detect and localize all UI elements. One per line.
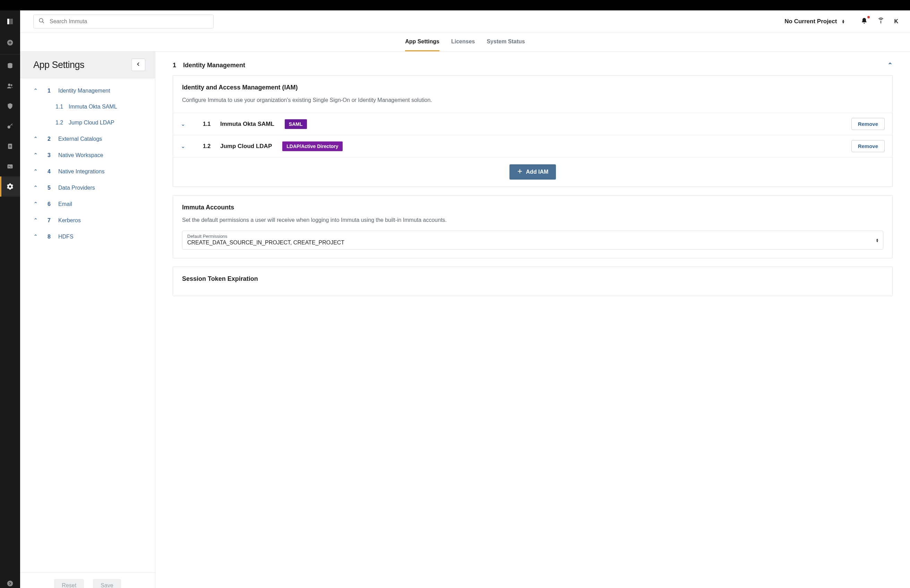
nav-external-catalogs[interactable]: ⌃ 2 External Catalogs: [20, 131, 155, 147]
search-box[interactable]: [33, 15, 213, 28]
svg-point-12: [39, 18, 43, 22]
iam-row-num: 1.2: [203, 143, 213, 149]
rail-shield[interactable]: [0, 96, 20, 116]
nav-num: 1: [46, 88, 51, 94]
iam-card-desc: Configure Immuta to use your organizatio…: [182, 96, 883, 104]
reset-button[interactable]: Reset: [54, 579, 84, 588]
unfold-icon: ▴▾: [842, 19, 844, 24]
chevron-left-icon: [136, 62, 141, 68]
svg-rect-10: [8, 164, 13, 168]
nav-sub-label: Immuta Okta SAML: [69, 103, 117, 110]
add-iam-label: Add IAM: [526, 169, 549, 175]
session-card: Session Token Expiration: [173, 267, 893, 296]
chevron-down-icon: ⌄: [181, 143, 186, 149]
nav-kerberos[interactable]: ⌃ 7 Kerberos: [20, 212, 155, 228]
connection-icon[interactable]: [878, 17, 884, 26]
user-avatar[interactable]: K: [894, 18, 898, 24]
nav-native-workspace[interactable]: ⌃ 3 Native Workspace: [20, 147, 155, 163]
nav-email[interactable]: ⌃ 6 Email: [20, 196, 155, 212]
nav-sub-label: Jump Cloud LDAP: [69, 120, 115, 126]
svg-rect-0: [7, 19, 10, 24]
plus-icon: [517, 168, 523, 175]
search-icon: [39, 18, 45, 25]
accounts-desc: Set the default permissions a user will …: [182, 216, 883, 224]
collapse-sidenav-button[interactable]: [131, 58, 145, 71]
settings-tabs: App Settings Licenses System Status: [20, 33, 910, 52]
rail-terminal[interactable]: [0, 157, 20, 176]
svg-rect-1: [10, 19, 13, 24]
accounts-card: Immuta Accounts Set the default permissi…: [173, 195, 893, 258]
select-label: Default Permissions: [187, 234, 878, 239]
chevron-down-icon: ⌄: [181, 121, 186, 127]
settings-sidenav: App Settings ⌃ 1 Identity Management 1.1…: [20, 52, 155, 588]
accounts-title: Immuta Accounts: [182, 204, 883, 211]
rail-add[interactable]: [0, 32, 20, 53]
nav-sub-jumpcloud-ldap[interactable]: 1.2 Jump Cloud LDAP: [20, 115, 155, 131]
svg-point-5: [11, 84, 13, 86]
chevron-up-icon: ⌃: [32, 217, 38, 224]
svg-rect-8: [9, 145, 11, 146]
search-input[interactable]: [50, 18, 209, 24]
section-num: 1: [173, 62, 178, 69]
nav-data-providers[interactable]: ⌃ 5 Data Providers: [20, 179, 155, 196]
iam-row-name: Jump Cloud LDAP: [220, 143, 272, 150]
remove-iam-button[interactable]: Remove: [852, 118, 885, 130]
nav-identity-management[interactable]: ⌃ 1 Identity Management: [20, 82, 155, 99]
sidenav-title: App Settings: [33, 60, 84, 70]
bell-icon: [861, 19, 868, 25]
rail-settings[interactable]: [0, 176, 20, 197]
nav-sub-num: 1.2: [55, 120, 65, 126]
add-iam-button[interactable]: Add IAM: [509, 164, 556, 179]
chevron-up-icon: ⌃: [32, 136, 38, 142]
chevron-up-icon: ⌃: [887, 61, 893, 69]
iam-row-okta[interactable]: ⌄ 1.1 Immuta Okta SAML SAML Remove: [173, 113, 892, 135]
nav-label: Identity Management: [58, 88, 110, 94]
nav-sub-num: 1.1: [55, 103, 65, 110]
iam-row-name: Immuta Okta SAML: [220, 121, 274, 128]
remove-iam-button[interactable]: Remove: [852, 140, 885, 152]
left-nav-rail: [0, 10, 20, 588]
app-logo: [6, 18, 13, 25]
iam-row-num: 1.1: [203, 121, 213, 127]
iam-badge: LDAP/Active Directory: [282, 141, 342, 151]
unfold-icon: ▴▾: [876, 238, 878, 242]
session-title: Session Token Expiration: [182, 275, 883, 283]
iam-row-jumpcloud[interactable]: ⌄ 1.2 Jump Cloud LDAP LDAP/Active Direct…: [173, 135, 892, 157]
svg-rect-9: [9, 147, 11, 147]
svg-point-11: [7, 581, 13, 586]
notifications-button[interactable]: [861, 17, 868, 26]
nav-sub-okta-saml[interactable]: 1.1 Immuta Okta SAML: [20, 99, 155, 115]
section-header-identity[interactable]: 1 Identity Management ⌃: [173, 61, 893, 69]
chevron-up-icon: ⌃: [32, 184, 38, 191]
tab-licenses[interactable]: Licenses: [451, 33, 475, 51]
svg-rect-7: [8, 144, 12, 149]
tab-system-status[interactable]: System Status: [487, 33, 525, 51]
project-switcher[interactable]: No Current Project ▴▾: [784, 18, 844, 25]
section-title: Identity Management: [183, 62, 245, 69]
nav-native-integrations[interactable]: ⌃ 4 Native Integrations: [20, 163, 155, 179]
chevron-up-icon: ⌃: [32, 168, 38, 175]
settings-content: 1 Identity Management ⌃ Identity and Acc…: [155, 52, 910, 588]
chevron-up-icon: ⌃: [32, 201, 38, 207]
chevron-up-icon: ⌃: [32, 233, 38, 240]
svg-point-4: [8, 84, 10, 86]
top-bar: No Current Project ▴▾ K: [20, 10, 910, 33]
rail-key[interactable]: [0, 116, 20, 136]
chevron-up-icon: ⌃: [32, 152, 38, 158]
rail-database[interactable]: [0, 56, 20, 76]
project-label: No Current Project: [784, 18, 837, 25]
svg-line-13: [42, 21, 44, 23]
tab-app-settings[interactable]: App Settings: [405, 33, 440, 51]
notification-dot: [867, 16, 870, 18]
chevron-up-icon: ⌃: [32, 87, 38, 94]
rail-expand[interactable]: [0, 573, 20, 588]
rail-users[interactable]: [0, 76, 20, 96]
save-button[interactable]: Save: [93, 579, 121, 588]
iam-badge: SAML: [285, 119, 307, 129]
iam-card: Identity and Access Management (IAM) Con…: [173, 75, 893, 187]
rail-note[interactable]: [0, 136, 20, 157]
iam-card-title: Identity and Access Management (IAM): [182, 84, 883, 91]
select-value: CREATE_DATA_SOURCE_IN_PROJECT, CREATE_PR…: [187, 239, 344, 246]
default-permissions-select[interactable]: Default Permissions CREATE_DATA_SOURCE_I…: [182, 231, 883, 250]
nav-hdfs[interactable]: ⌃ 8 HDFS: [20, 228, 155, 245]
